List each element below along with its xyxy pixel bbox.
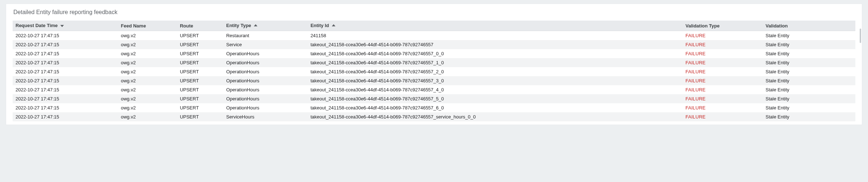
cell-validation: Stale Entity [763, 76, 855, 85]
col-validation[interactable]: Validation [763, 21, 855, 31]
cell-entity-id: takeout_241158-ccea30e6-44df-4514-b069-7… [308, 112, 683, 121]
cell-route: UPSERT [177, 31, 223, 40]
cell-entity-type: OperationHours [223, 103, 307, 112]
cell-request-date-time: 2022-10-27 17:47:15 [13, 49, 118, 58]
cell-entity-id: takeout_241158-ccea30e6-44df-4514-b069-7… [308, 40, 683, 49]
svg-marker-0 [60, 25, 64, 27]
failure-report-panel: Detailed Entity failure reporting feedba… [6, 4, 862, 125]
cell-feed-name: owg.v2 [118, 76, 177, 85]
table-row[interactable]: 2022-10-27 17:47:15owg.v2UPSERTOperation… [13, 94, 855, 103]
cell-validation: Stale Entity [763, 31, 855, 40]
table-row[interactable]: 2022-10-27 17:47:15owg.v2UPSERTServiceHo… [13, 121, 855, 122]
table-row[interactable]: 2022-10-27 17:47:15owg.v2UPSERTOperation… [13, 85, 855, 94]
col-validation-type[interactable]: Validation Type [683, 21, 763, 31]
col-feed-name[interactable]: Feed Name [118, 21, 177, 31]
col-label: Validation [765, 23, 787, 29]
cell-validation-type: FAILURE [683, 112, 763, 121]
cell-validation-type: FAILURE [683, 67, 763, 76]
cell-entity-type: OperationHours [223, 85, 307, 94]
cell-route: UPSERT [177, 67, 223, 76]
table-row[interactable]: 2022-10-27 17:47:15owg.v2UPSERTOperation… [13, 103, 855, 112]
cell-request-date-time: 2022-10-27 17:47:15 [13, 76, 118, 85]
cell-feed-name: owg.v2 [118, 121, 177, 122]
cell-entity-id: takeout_241158-ccea30e6-44df-4514-b069-7… [308, 85, 683, 94]
svg-marker-2 [332, 24, 335, 26]
cell-validation: Stale Entity [763, 85, 855, 94]
cell-validation-type: FAILURE [683, 103, 763, 112]
cell-entity-id: takeout_241158-ccea30e6-44df-4514-b069-7… [308, 67, 683, 76]
table-row[interactable]: 2022-10-27 17:47:15owg.v2UPSERTRestauran… [13, 31, 855, 40]
cell-request-date-time: 2022-10-27 17:47:15 [13, 31, 118, 40]
cell-validation-type: FAILURE [683, 121, 763, 122]
cell-validation: Stale Entity [763, 112, 855, 121]
cell-request-date-time: 2022-10-27 17:47:15 [13, 94, 118, 103]
table-row[interactable]: 2022-10-27 17:47:15owg.v2UPSERTOperation… [13, 67, 855, 76]
col-entity-type[interactable]: Entity Type [223, 21, 307, 31]
sort-asc-icon [254, 23, 257, 29]
cell-route: UPSERT [177, 112, 223, 121]
cell-validation-type: FAILURE [683, 85, 763, 94]
col-label: Validation Type [686, 23, 720, 29]
table-row[interactable]: 2022-10-27 17:47:15owg.v2UPSERTOperation… [13, 49, 855, 58]
col-label: Feed Name [121, 23, 146, 29]
cell-entity-type: Service [223, 40, 307, 49]
col-label: Entity Id [311, 23, 329, 28]
cell-entity-id: takeout_241158-ccea30e6-44df-4514-b069-7… [308, 58, 683, 67]
cell-validation: Stale Entity [763, 49, 855, 58]
cell-entity-id: takeout_241158-ccea30e6-44df-4514-b069-7… [308, 103, 683, 112]
cell-route: UPSERT [177, 103, 223, 112]
table-scroll[interactable]: Request Date Time Feed Name Route [13, 21, 855, 122]
cell-route: UPSERT [177, 76, 223, 85]
table-header-row: Request Date Time Feed Name Route [13, 21, 855, 31]
cell-route: UPSERT [177, 40, 223, 49]
cell-route: UPSERT [177, 94, 223, 103]
cell-entity-type: OperationHours [223, 58, 307, 67]
failure-table: Request Date Time Feed Name Route [13, 21, 855, 122]
cell-request-date-time: 2022-10-27 17:47:15 [13, 121, 118, 122]
cell-validation-type: FAILURE [683, 76, 763, 85]
cell-request-date-time: 2022-10-27 17:47:15 [13, 40, 118, 49]
cell-feed-name: owg.v2 [118, 40, 177, 49]
cell-validation: Stale Entity [763, 121, 855, 122]
table-row[interactable]: 2022-10-27 17:47:15owg.v2UPSERTServiceHo… [13, 112, 855, 121]
cell-validation-type: FAILURE [683, 31, 763, 40]
cell-entity-id: takeout_241158-ccea30e6-44df-4514-b069-7… [308, 49, 683, 58]
cell-entity-id: takeout_241158-ccea30e6-44df-4514-b069-7… [308, 76, 683, 85]
col-label: Request Date Time [16, 23, 58, 28]
scrollbar-thumb[interactable] [860, 29, 861, 43]
col-label: Route [180, 23, 193, 29]
col-route[interactable]: Route [177, 21, 223, 31]
cell-feed-name: owg.v2 [118, 85, 177, 94]
cell-entity-id: 241158 [308, 31, 683, 40]
cell-route: UPSERT [177, 58, 223, 67]
cell-feed-name: owg.v2 [118, 31, 177, 40]
table-row[interactable]: 2022-10-27 17:47:15owg.v2UPSERTServiceta… [13, 40, 855, 49]
cell-request-date-time: 2022-10-27 17:47:15 [13, 58, 118, 67]
cell-validation-type: FAILURE [683, 94, 763, 103]
cell-validation: Stale Entity [763, 58, 855, 67]
cell-validation-type: FAILURE [683, 49, 763, 58]
cell-entity-type: Restaurant [223, 31, 307, 40]
cell-validation: Stale Entity [763, 94, 855, 103]
cell-entity-id: takeout_241158-ccea30e6-44df-4514-b069-7… [308, 121, 683, 122]
cell-entity-type: ServiceHours [223, 112, 307, 121]
cell-feed-name: owg.v2 [118, 112, 177, 121]
table-row[interactable]: 2022-10-27 17:47:15owg.v2UPSERTOperation… [13, 76, 855, 85]
cell-entity-type: OperationHours [223, 76, 307, 85]
cell-route: UPSERT [177, 121, 223, 122]
svg-marker-1 [254, 24, 257, 26]
col-request-date-time[interactable]: Request Date Time [13, 21, 118, 31]
cell-entity-id: takeout_241158-ccea30e6-44df-4514-b069-7… [308, 94, 683, 103]
cell-entity-type: ServiceHours [223, 121, 307, 122]
cell-request-date-time: 2022-10-27 17:47:15 [13, 103, 118, 112]
cell-validation-type: FAILURE [683, 40, 763, 49]
cell-entity-type: OperationHours [223, 49, 307, 58]
sort-desc-icon [60, 23, 64, 29]
cell-feed-name: owg.v2 [118, 67, 177, 76]
col-entity-id[interactable]: Entity Id [308, 21, 683, 31]
cell-validation-type: FAILURE [683, 58, 763, 67]
cell-feed-name: owg.v2 [118, 49, 177, 58]
cell-validation: Stale Entity [763, 67, 855, 76]
cell-request-date-time: 2022-10-27 17:47:15 [13, 85, 118, 94]
table-row[interactable]: 2022-10-27 17:47:15owg.v2UPSERTOperation… [13, 58, 855, 67]
